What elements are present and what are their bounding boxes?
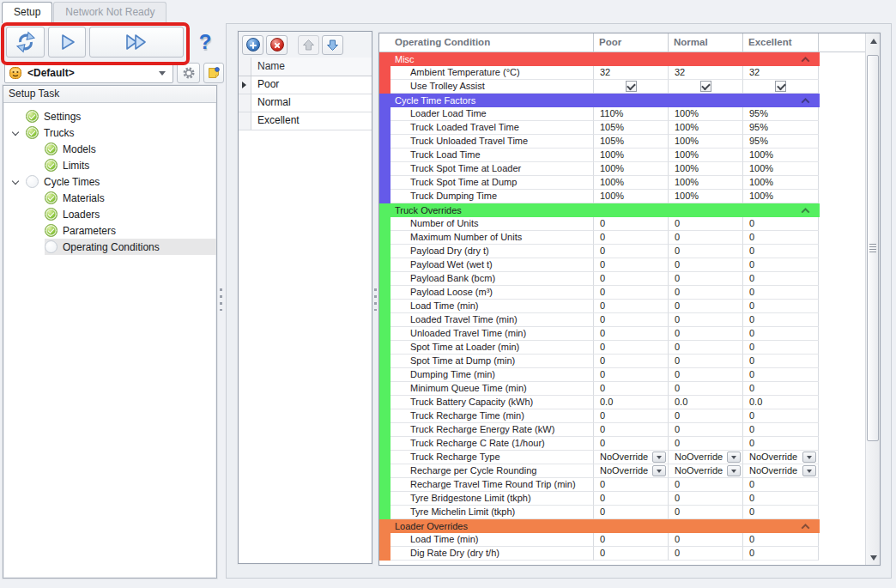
grid-cell-value[interactable]: 32 [594,66,669,80]
scroll-down-button[interactable] [866,550,881,565]
grid-cell-value[interactable]: 0 [669,286,743,300]
tree-item-settings[interactable]: Settings [3,108,216,124]
grid-cell-value[interactable]: 100% [669,149,743,162]
checkbox[interactable] [775,81,786,92]
grid-cell-value[interactable]: 100% [669,135,743,149]
section-header-truck-overrides[interactable]: Truck Overrides [379,203,820,217]
grid-cell-value[interactable]: 0 [594,355,669,368]
grid-cell-value[interactable]: 0 [743,313,819,327]
grid-cell-value[interactable]: 0 [669,409,743,423]
grid-cell-dropdown[interactable]: NoOverride [669,451,743,464]
grid-cell-value[interactable]: 32 [743,66,819,80]
grid-cell-value[interactable]: 100% [669,190,743,203]
grid-cell-value[interactable]: 0 [743,272,819,286]
grid-cell-checkbox[interactable] [743,80,819,94]
grid-cell-value[interactable]: 100% [743,190,819,203]
grid-cell-value[interactable]: 0 [669,272,743,286]
grid-cell-value[interactable]: 0 [669,355,743,368]
collapse-chevron-icon[interactable] [802,523,810,531]
grid-cell-value[interactable]: 100% [594,190,669,203]
add-button[interactable] [242,35,263,55]
grid-cell-value[interactable]: 32 [669,66,743,80]
grid-cell-value[interactable]: 0 [594,506,669,519]
grid-cell-value[interactable]: 0 [669,245,743,258]
checkbox[interactable] [700,81,711,92]
grid-cell-value[interactable]: 100% [594,176,669,190]
grid-cell-value[interactable]: 0 [594,341,669,355]
grid-cell-value[interactable]: 0 [669,423,743,437]
grid-cell-value[interactable]: 0 [743,478,819,492]
tree-item-models[interactable]: Models [3,141,216,157]
tab-setup[interactable]: Setup [2,2,52,23]
list-item-normal[interactable]: Normal [239,94,372,112]
section-header-cycle-time-factors[interactable]: Cycle Time Factors [379,94,820,107]
grid-cell-dropdown[interactable]: NoOverride [669,464,743,478]
grid-cell-value[interactable]: 0 [594,272,669,286]
grid-cell-value[interactable]: 105% [594,121,669,135]
grid-cell-value[interactable]: 0 [669,437,743,451]
list-item-excellent[interactable]: Excellent [239,112,372,130]
grid-cell-value[interactable]: 100% [743,149,819,162]
list-item-poor[interactable]: Poor [239,76,372,94]
grid-cell-value[interactable]: 100% [669,162,743,176]
grid-cell-value[interactable]: 0 [594,547,669,561]
dropdown-button[interactable] [727,465,741,476]
grid-cell-value[interactable]: 0 [594,258,669,272]
tree-item-limits[interactable]: Limits [3,157,216,173]
tree-item-trucks[interactable]: Trucks [3,124,216,141]
column-header-excellent[interactable]: Excellent [743,33,819,52]
grid-cell-value[interactable]: 0 [743,355,819,368]
chevron-expanded-icon[interactable] [12,129,19,136]
scenario-combobox[interactable]: <Default> [4,63,173,83]
column-header-operating-condition[interactable]: Operating Condition [390,33,594,52]
grid-cell-value[interactable]: 95% [743,121,819,135]
dropdown-button[interactable] [652,465,666,476]
grid-cell-value[interactable]: 0 [743,437,819,451]
column-header-poor[interactable]: Poor [594,33,669,52]
grid-cell-value[interactable]: 0 [669,492,743,506]
grid-cell-value[interactable]: 0 [669,506,743,519]
grid-cell-value[interactable]: 0.0 [743,396,819,409]
grid-cell-value[interactable]: 0 [594,382,669,396]
move-down-button[interactable] [322,35,343,55]
tree-item-cycle-times[interactable]: Cycle Times [3,173,216,190]
grid-cell-value[interactable]: 0 [669,231,743,245]
grid-cell-value[interactable]: 0 [669,217,743,231]
grid-cell-value[interactable]: 100% [743,162,819,176]
move-up-button[interactable] [298,35,319,55]
grid-cell-value[interactable]: 0 [594,533,669,547]
checkbox[interactable] [626,81,637,92]
vertical-scrollbar[interactable] [865,33,880,565]
grid-cell-value[interactable]: 100% [594,162,669,176]
grid-cell-value[interactable]: 95% [743,107,819,121]
section-header-loader-overrides[interactable]: Loader Overrides [379,519,820,533]
grid-cell-value[interactable]: 0 [594,286,669,300]
chevron-expanded-icon[interactable] [12,178,19,185]
grid-cell-dropdown[interactable]: NoOverride [594,464,669,478]
grid-cell-dropdown[interactable]: NoOverride [743,451,819,464]
note-button[interactable] [203,63,224,83]
grid-cell-dropdown[interactable]: NoOverride [594,451,669,464]
scroll-up-button[interactable] [866,33,881,48]
grid-cell-value[interactable]: 0 [594,423,669,437]
grid-cell-value[interactable]: 0.0 [594,396,669,409]
grid-cell-value[interactable]: 0 [743,341,819,355]
grid-cell-value[interactable]: 0 [743,245,819,258]
dropdown-button[interactable] [802,452,816,463]
name-column-header[interactable]: Name [251,58,372,76]
settings-button[interactable] [177,63,200,83]
help-button[interactable]: ? [193,27,217,58]
dropdown-button[interactable] [727,452,741,463]
grid-cell-value[interactable]: 0 [669,478,743,492]
grid-cell-value[interactable]: 0 [743,217,819,231]
grid-cell-value[interactable]: 0 [743,286,819,300]
grid-cell-value[interactable]: 100% [669,121,743,135]
grid-cell-value[interactable]: 100% [594,149,669,162]
tab-network-not-ready[interactable]: Network Not Ready [53,2,166,23]
grid-cell-value[interactable]: 0 [669,327,743,341]
grid-cell-value[interactable]: 0 [594,478,669,492]
grid-cell-value[interactable]: 0 [743,409,819,423]
grid-cell-value[interactable]: 0 [743,258,819,272]
fast-forward-button[interactable] [89,27,184,58]
grid-cell-value[interactable]: 0 [743,327,819,341]
